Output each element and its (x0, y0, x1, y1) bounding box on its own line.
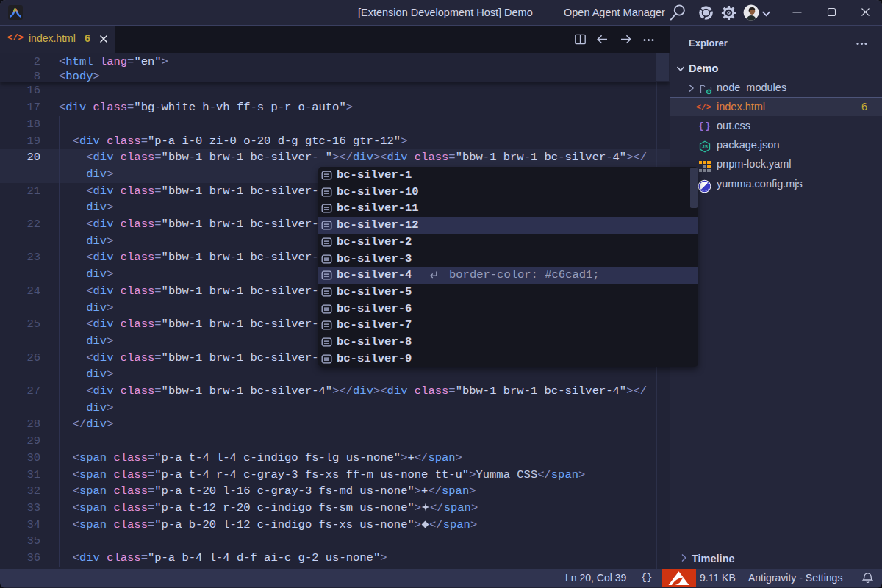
svg-text:JS: JS (702, 144, 709, 149)
